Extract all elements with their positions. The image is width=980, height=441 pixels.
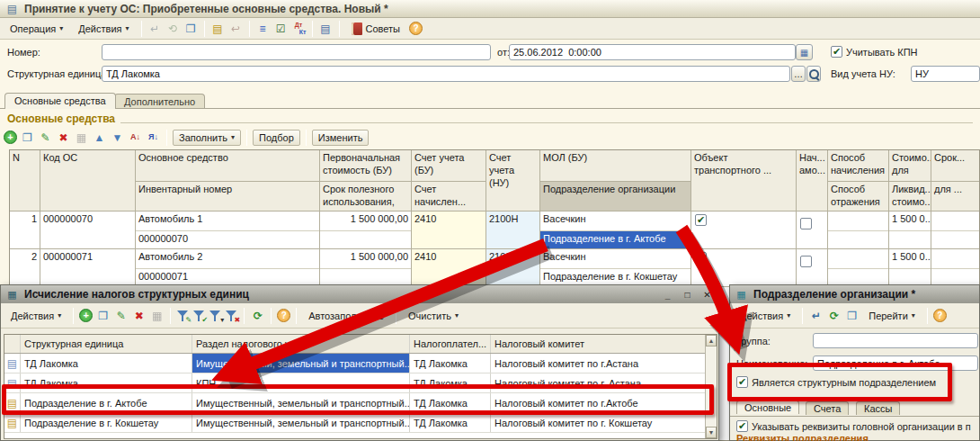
col-mol[interactable]: МОЛ (БУ)Подразделение организации bbox=[540, 150, 691, 211]
tab-main[interactable]: Основные bbox=[736, 400, 799, 414]
maximize-button[interactable]: □ bbox=[680, 288, 695, 301]
copy-icon[interactable]: ❐ bbox=[95, 308, 111, 323]
amortization-checkbox[interactable] bbox=[800, 218, 812, 230]
col-tax-committee[interactable]: Налоговый комитет bbox=[491, 335, 705, 353]
col-code[interactable]: Код ОС bbox=[40, 150, 136, 211]
list-settings-icon[interactable]: ≡ bbox=[255, 21, 271, 36]
kpn-checkbox[interactable]: ✔ bbox=[831, 46, 842, 58]
date-input[interactable] bbox=[509, 44, 796, 60]
help-icon[interactable]: ? bbox=[409, 22, 423, 35]
subdivision-cell[interactable]: Подразделение в г. Кокшетау bbox=[540, 268, 690, 286]
refresh-icon[interactable]: ⟳ bbox=[826, 308, 842, 323]
head-org-checkbox[interactable]: ✔ bbox=[736, 420, 748, 432]
document-money-icon[interactable]: ▤ bbox=[210, 21, 226, 36]
vertical-scrollbar[interactable]: ▲ ▼ bbox=[705, 335, 717, 438]
tab-additional[interactable]: Дополнительно bbox=[114, 94, 205, 109]
number-input[interactable] bbox=[102, 44, 491, 60]
filter-apply-icon[interactable]: ✔ bbox=[192, 309, 206, 322]
change-button[interactable]: Изменить bbox=[312, 130, 370, 146]
filter-history-icon[interactable]: ▾ bbox=[209, 309, 222, 322]
subdivision-window-titlebar[interactable]: ▦ Подразделение организации * bbox=[730, 285, 979, 303]
tax-row-aktobe[interactable]: ▤ Подразделение в г. Актобе Имущественны… bbox=[4, 393, 705, 413]
pick-button[interactable]: Подбор bbox=[253, 130, 300, 146]
cost-cell[interactable]: 1 500 000,00 bbox=[320, 212, 412, 248]
dt-kt-icon[interactable]: ДтКт bbox=[291, 21, 307, 36]
col-cost-nu[interactable]: Стоимо... для выч.Ликвид... стоимо... bbox=[889, 150, 931, 211]
asset-row[interactable]: 2 000000071 Автомобиль 2000000071 1 500 … bbox=[10, 249, 979, 287]
asset-cell[interactable]: Автомобиль 1000000070 bbox=[136, 212, 320, 248]
tax-row[interactable]: ▤ ТД Лакомка КПН ТД Лакомка Налоговый ко… bbox=[4, 374, 705, 393]
filter-clear-icon[interactable]: ✖ bbox=[225, 309, 238, 322]
tab-fixed-assets[interactable]: Основные средства bbox=[4, 93, 116, 109]
col-method[interactable]: Способ начисленияСпособ отражения bbox=[828, 150, 889, 211]
delete-row-icon[interactable]: ✖ bbox=[56, 130, 71, 145]
tax-window-titlebar[interactable]: ▦ Исчисление налогов структурных единиц … bbox=[1, 285, 718, 303]
nu-kind-input[interactable] bbox=[911, 66, 980, 82]
account-bu-cell[interactable]: 2410 bbox=[412, 212, 486, 248]
edit-icon[interactable]: ✎ bbox=[113, 308, 129, 323]
checklist-icon[interactable]: ☑ bbox=[273, 21, 289, 36]
col-amortization[interactable]: Нач...амо... bbox=[797, 150, 828, 211]
transport-checkbox[interactable]: ✔ bbox=[695, 214, 707, 226]
actions-menu-button[interactable]: Действия▾ bbox=[72, 21, 135, 37]
help-icon[interactable]: ? bbox=[277, 309, 290, 322]
tab-accounts[interactable]: Счета bbox=[806, 401, 849, 415]
move-up-icon[interactable]: ▲ bbox=[92, 130, 107, 145]
mol-cell[interactable]: ВасечкинПодразделение в г. Актобе bbox=[540, 212, 691, 248]
structural-checkbox[interactable]: ✔ bbox=[736, 376, 748, 388]
unit-open-button[interactable] bbox=[806, 66, 821, 82]
help-icon[interactable]: ? bbox=[933, 309, 947, 322]
copy-row-icon[interactable]: ❐ bbox=[20, 130, 35, 145]
account-nu-cell[interactable]: 2100Н bbox=[486, 249, 540, 286]
subdivision-cell-selected[interactable]: Подразделение в г. Актобе bbox=[540, 230, 690, 248]
write-icon[interactable]: ↵ bbox=[808, 308, 824, 323]
account-bu-cell[interactable]: 2410 bbox=[412, 249, 486, 286]
filter-edit-icon[interactable]: ✎ bbox=[176, 309, 190, 322]
col-taxpayer[interactable]: Налогоплател... bbox=[410, 335, 491, 353]
minimize-button[interactable]: _ bbox=[660, 288, 675, 301]
delete-icon[interactable]: ✖ bbox=[131, 308, 147, 323]
sort-asc-icon[interactable]: А↓ bbox=[128, 130, 143, 145]
col-transport[interactable]: Объект транспортного ... bbox=[691, 150, 797, 211]
col-account-bu[interactable]: Счет учета (БУ)Счет начислен... bbox=[412, 150, 486, 211]
refresh-icon[interactable]: ⟳ bbox=[250, 308, 265, 323]
name-input[interactable] bbox=[813, 356, 978, 371]
col-account-nu[interactable]: Счет учета (НУ) bbox=[486, 150, 540, 211]
tips-button[interactable]: Советы bbox=[345, 20, 406, 38]
mol-cell[interactable]: ВасечкинПодразделение в г. Кокшетау bbox=[540, 249, 691, 286]
unit-input[interactable] bbox=[102, 66, 790, 82]
amortization-checkbox[interactable] bbox=[800, 256, 812, 267]
goto-button[interactable]: Перейти▾ bbox=[862, 308, 922, 324]
col-structural-unit[interactable]: Структурная единица bbox=[21, 335, 192, 353]
calendar-button[interactable]: ▦ bbox=[796, 44, 813, 60]
operation-menu-button[interactable]: Операция▾ bbox=[4, 21, 69, 37]
transport-checkbox[interactable]: ✔ bbox=[695, 252, 707, 264]
group-input[interactable] bbox=[813, 333, 978, 348]
tax-row[interactable]: ▤ ТД Лакомка Имущественный, земельный и … bbox=[4, 354, 705, 374]
copy-document-icon[interactable]: ❐ bbox=[183, 21, 199, 36]
journal-icon[interactable]: ▤ bbox=[318, 21, 334, 36]
undo-post-icon[interactable]: ↩ bbox=[228, 21, 244, 36]
save-icon[interactable]: ▦ bbox=[74, 130, 89, 145]
move-down-icon[interactable]: ▼ bbox=[110, 130, 125, 145]
cost-nu-cell[interactable]: 1 500 0... bbox=[889, 212, 931, 248]
tax-row[interactable]: ▤ Подразделение в г. Кокшетау Имуществен… bbox=[4, 413, 705, 433]
add-row-icon[interactable]: + bbox=[4, 130, 17, 144]
col-tax-section[interactable]: Раздел налогового учета bbox=[192, 335, 410, 353]
unit-select-button[interactable]: … bbox=[791, 66, 806, 82]
edit-row-icon[interactable]: ✎ bbox=[38, 130, 53, 145]
add-icon[interactable]: + bbox=[79, 309, 93, 322]
clear-button[interactable]: Очистить▾ bbox=[402, 308, 465, 324]
subdiv-actions-button[interactable]: Действия▾ bbox=[734, 308, 797, 324]
reread-icon[interactable]: ⟲ bbox=[165, 21, 181, 36]
asset-row[interactable]: 1 000000070 Автомобиль 1000000070 1 500 … bbox=[10, 212, 979, 249]
copy-icon[interactable]: ❐ bbox=[844, 308, 860, 323]
scroll-up-icon[interactable]: ▲ bbox=[706, 335, 717, 346]
cost-cell[interactable]: 1 500 000,00 bbox=[320, 249, 412, 286]
save-icon[interactable]: ▦ bbox=[149, 308, 165, 323]
cost-nu-cell[interactable]: 1 500 0... bbox=[889, 249, 931, 286]
scroll-down-icon[interactable]: ▼ bbox=[706, 427, 717, 438]
col-cost[interactable]: Первоначальная стоимость (БУ)Срок полезн… bbox=[320, 150, 412, 211]
account-nu-cell[interactable]: 2100Н bbox=[486, 212, 540, 248]
col-term-nu[interactable]: Срок...для ... bbox=[931, 150, 979, 211]
